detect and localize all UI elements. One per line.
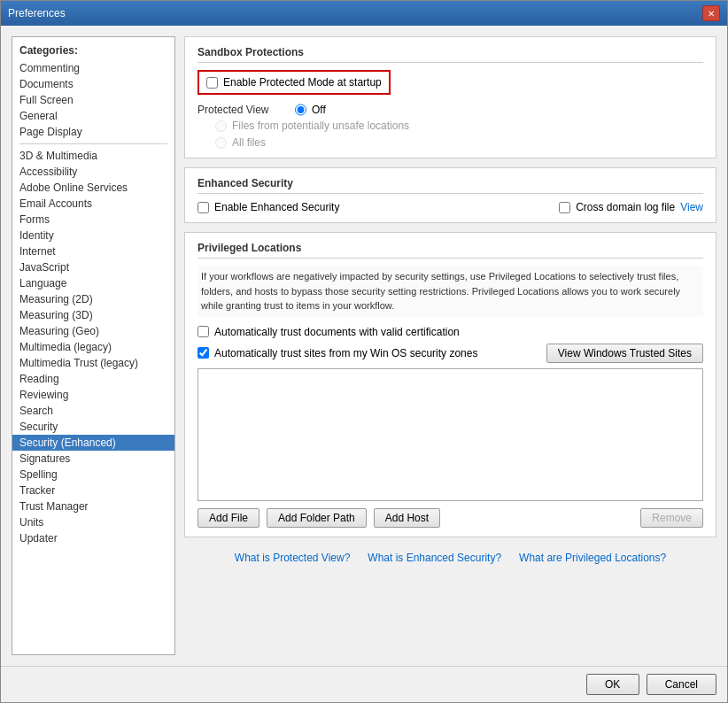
ok-button[interactable]: OK: [586, 674, 639, 695]
sidebar-item-trust-manager[interactable]: Trust Manager: [12, 498, 174, 514]
sidebar-item-reviewing[interactable]: Reviewing: [12, 387, 174, 403]
title-bar: Preferences ✕: [1, 1, 727, 26]
sidebar-item-documents[interactable]: Documents: [12, 76, 174, 92]
radio-off-label: Off: [312, 104, 326, 116]
remove-btn[interactable]: Remove: [640, 508, 703, 528]
add-host-btn[interactable]: Add Host: [374, 508, 440, 528]
sandbox-section: Sandbox Protections Enable Protected Mod…: [184, 36, 716, 158]
add-file-btn[interactable]: Add File: [197, 508, 259, 528]
sidebar-item-search[interactable]: Search: [12, 403, 174, 419]
enhanced-right: Cross domain log file View: [559, 201, 703, 213]
sidebar-item-signatures[interactable]: Signatures: [12, 451, 174, 467]
footer-links: What is Protected View? What is Enhanced…: [184, 546, 716, 569]
privileged-list: [197, 368, 703, 501]
preferences-dialog: Preferences ✕ Categories: CommentingDocu…: [0, 0, 728, 703]
sidebar-item-updater[interactable]: Updater: [12, 530, 174, 546]
radio-unsafe[interactable]: [215, 120, 227, 132]
sidebar-item-spelling[interactable]: Spelling: [12, 467, 174, 483]
sidebar: Categories: CommentingDocumentsFull Scre…: [12, 36, 175, 655]
sidebar-divider: [19, 143, 167, 144]
enhanced-security-section: Enhanced Security Enable Enhanced Securi…: [184, 167, 716, 223]
sidebar-item-security[interactable]: Security: [12, 419, 174, 435]
close-button[interactable]: ✕: [702, 5, 720, 21]
auto-cert-checkbox[interactable]: [197, 326, 209, 337]
enhanced-security-title: Enhanced Security: [197, 177, 703, 194]
dialog-footer: OK Cancel: [1, 666, 727, 702]
privileged-btn-row-left: Add File Add Folder Path Add Host: [197, 508, 440, 528]
protected-view-options: Files from potentially unsafe locations …: [197, 120, 703, 149]
sidebar-item-reading[interactable]: Reading: [12, 371, 174, 387]
protected-view-label: Protected View: [197, 104, 286, 116]
auto-cert-row: Automatically trust documents with valid…: [197, 326, 703, 338]
radio-unsafe-row: Files from potentially unsafe locations: [215, 120, 703, 132]
sidebar-item-identity[interactable]: Identity: [12, 228, 174, 243]
auto-win-left: Automatically trust sites from my Win OS…: [197, 347, 477, 359]
sidebar-item-commenting[interactable]: Commenting: [12, 60, 174, 76]
sidebar-item-accessibility[interactable]: Accessibility: [12, 164, 174, 180]
sandbox-title: Sandbox Protections: [197, 46, 703, 63]
auto-win-checkbox[interactable]: [197, 347, 209, 359]
sidebar-item-internet[interactable]: Internet: [12, 243, 174, 259]
radio-unsafe-label: Files from potentially unsafe locations: [232, 120, 409, 132]
radio-off[interactable]: [295, 104, 306, 116]
protected-mode-box: Enable Protected Mode at startup: [197, 70, 391, 95]
radio-all-row: All files: [215, 136, 703, 149]
content-area: Categories: CommentingDocumentsFull Scre…: [1, 26, 727, 666]
sidebar-item-units[interactable]: Units: [12, 514, 174, 530]
sidebar-item-full-screen[interactable]: Full Screen: [12, 92, 174, 108]
radio-all[interactable]: [215, 137, 227, 149]
sidebar-item-forms[interactable]: Forms: [12, 212, 174, 228]
view-windows-trusted-btn[interactable]: View Windows Trusted Sites: [546, 344, 703, 363]
enable-enhanced-security-label: Enable Enhanced Security: [214, 201, 339, 213]
auto-win-row: Automatically trust sites from my Win OS…: [197, 344, 703, 363]
add-folder-btn[interactable]: Add Folder Path: [267, 508, 367, 528]
privileged-locations-link[interactable]: What are Privileged Locations?: [519, 552, 666, 564]
protected-view-off-row: Off: [295, 104, 326, 116]
enable-enhanced-security-checkbox[interactable]: [197, 202, 209, 213]
title-bar-controls: ✕: [702, 5, 720, 21]
sidebar-item-measuring-2d[interactable]: Measuring (2D): [12, 291, 174, 307]
cross-domain-label: Cross domain log file: [576, 201, 675, 213]
enable-protected-mode-label: Enable Protected Mode at startup: [223, 76, 382, 89]
sidebar-item-page-display[interactable]: Page Display: [12, 124, 174, 140]
auto-win-label: Automatically trust sites from my Win OS…: [214, 347, 477, 359]
sidebar-item-email-accounts[interactable]: Email Accounts: [12, 196, 174, 212]
auto-cert-label: Automatically trust documents with valid…: [214, 326, 460, 338]
enable-protected-mode-checkbox[interactable]: [206, 77, 218, 89]
sidebar-group2: 3D & MultimediaAccessibilityAdobe Online…: [12, 148, 174, 546]
sidebar-item-3d-multimedia[interactable]: 3D & Multimedia: [12, 148, 174, 164]
sidebar-item-measuring-3d[interactable]: Measuring (3D): [12, 307, 174, 323]
sidebar-item-general[interactable]: General: [12, 108, 174, 124]
enhanced-left: Enable Enhanced Security: [197, 201, 339, 213]
view-link[interactable]: View: [680, 201, 703, 213]
sidebar-group1: CommentingDocumentsFull ScreenGeneralPag…: [12, 60, 174, 140]
sidebar-item-measuring-geo[interactable]: Measuring (Geo): [12, 323, 174, 339]
enhanced-security-row: Enable Enhanced Security Cross domain lo…: [197, 201, 703, 213]
sidebar-item-multimedia-legacy[interactable]: Multimedia (legacy): [12, 339, 174, 355]
sidebar-item-adobe-online[interactable]: Adobe Online Services: [12, 180, 174, 196]
protected-view-row: Protected View Off: [197, 104, 703, 116]
radio-all-label: All files: [232, 136, 266, 149]
enhanced-security-link[interactable]: What is Enhanced Security?: [368, 552, 501, 564]
privileged-description: If your workflows are negatively impacte…: [197, 266, 703, 317]
cross-domain-checkbox[interactable]: [559, 202, 570, 213]
main-panel: Sandbox Protections Enable Protected Mod…: [184, 36, 716, 655]
sidebar-item-language[interactable]: Language: [12, 275, 174, 291]
categories-label: Categories:: [12, 41, 174, 60]
privileged-btn-row: Add File Add Folder Path Add Host Remove: [197, 508, 703, 528]
window-title: Preferences: [8, 7, 66, 19]
protected-view-link[interactable]: What is Protected View?: [235, 552, 351, 564]
sidebar-item-tracker[interactable]: Tracker: [12, 483, 174, 498]
sidebar-item-security-enhanced[interactable]: Security (Enhanced): [12, 435, 174, 451]
privileged-title: Privileged Locations: [197, 242, 703, 259]
cancel-button[interactable]: Cancel: [647, 674, 716, 695]
sidebar-item-javascript[interactable]: JavaScript: [12, 259, 174, 275]
privileged-section: Privileged Locations If your workflows a…: [184, 232, 716, 537]
sidebar-item-multimedia-trust[interactable]: Multimedia Trust (legacy): [12, 355, 174, 371]
